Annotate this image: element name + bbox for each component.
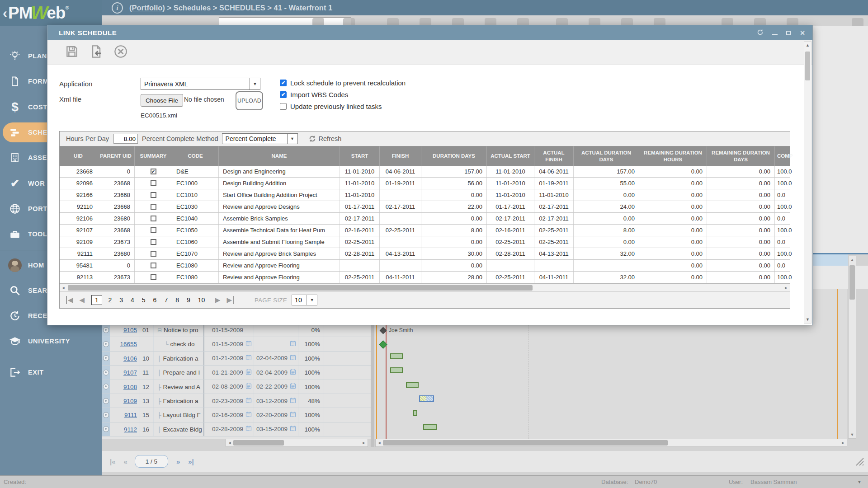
summary-checkbox[interactable] (151, 251, 156, 257)
table-row[interactable]: 92111 23680 EC1070 Review and Approve Br… (60, 248, 790, 260)
refresh-button[interactable]: Refresh (309, 135, 342, 142)
sidebar-item-university[interactable]: UNIVERSITY (0, 331, 102, 351)
column-header[interactable]: ACTUAL FINISH (534, 146, 574, 166)
gantt-bar[interactable] (406, 382, 419, 388)
column-header[interactable]: CODE (172, 146, 219, 166)
toolbar-icon[interactable] (852, 18, 863, 26)
tree-glyph[interactable]: ├ (157, 412, 161, 418)
scrollbar-thumb[interactable] (68, 285, 533, 291)
row-radio-button[interactable] (103, 426, 109, 432)
table-horizontal-scrollbar[interactable]: ◄ ► (60, 283, 790, 291)
scroll-left-icon[interactable]: ◄ (60, 286, 67, 290)
summary-checkbox[interactable] (151, 180, 156, 186)
scroll-right-icon[interactable]: ► (783, 286, 790, 290)
gantt-bar[interactable] (390, 367, 403, 373)
grid-horizontal-scrollbar[interactable]: ◄ ► (226, 439, 368, 447)
calendar-icon[interactable] (245, 411, 252, 419)
gantt-bar-in-progress[interactable] (419, 395, 434, 402)
summary-checkbox[interactable] (151, 192, 156, 198)
tree-glyph[interactable]: ├ (157, 356, 161, 362)
calendar-icon[interactable] (290, 383, 296, 390)
task-id-link[interactable]: 9112 (110, 422, 140, 436)
maximize-icon[interactable] (786, 31, 791, 35)
tree-glyph[interactable]: └ (165, 341, 169, 347)
row-radio-button[interactable] (103, 341, 109, 347)
calendar-icon[interactable] (290, 354, 296, 362)
chevron-down-icon[interactable]: ▼ (857, 479, 862, 484)
breadcrumb-schedules[interactable]: Schedules (174, 4, 211, 12)
tree-glyph[interactable]: ├ (157, 370, 161, 376)
column-header[interactable]: PARENT UID (97, 146, 135, 166)
column-header[interactable]: ACTUAL START (487, 146, 534, 166)
row-radio-button[interactable] (103, 370, 109, 375)
schedule-grid-row[interactable]: 9112 16 ├Excavate Bldg 02-28-2009 03-15-… (102, 422, 371, 436)
column-header[interactable]: REMAINING DURATION DAYS (707, 146, 775, 166)
first-page-icon[interactable]: ◀ (66, 296, 73, 304)
scroll-right-icon[interactable]: ► (840, 441, 847, 445)
calendar-icon[interactable] (290, 411, 296, 419)
close-icon[interactable]: ✕ (800, 30, 805, 36)
summary-checkbox[interactable] (151, 239, 156, 245)
page-number[interactable]: 6 (153, 296, 157, 304)
table-row[interactable]: 92110 23668 EC1030 Review and Approve De… (60, 201, 790, 213)
page-number[interactable]: 1 (91, 295, 102, 305)
row-radio-button[interactable] (103, 412, 109, 418)
calendar-icon[interactable] (245, 383, 252, 390)
summary-checkbox[interactable] (151, 216, 156, 221)
page-number[interactable]: 5 (142, 296, 146, 304)
row-radio-button[interactable] (103, 327, 109, 333)
task-id-link[interactable]: 9108 (110, 380, 140, 394)
prev-page-icon[interactable]: ◀ (80, 296, 85, 304)
gantt-vertical-scrollbar[interactable]: ▲ ▼ (848, 256, 856, 439)
save-icon[interactable] (65, 44, 79, 61)
calendar-icon[interactable] (290, 369, 296, 376)
schedule-grid-row[interactable]: 16655 └check do 01-15-2009 100% (102, 337, 371, 351)
column-header[interactable]: DURATION DAYS (421, 146, 487, 166)
gantt-horizontal-scrollbar[interactable]: ◄ ► (375, 439, 847, 447)
table-row[interactable]: 92107 23668 EC1050 Assemble Technical Da… (60, 225, 790, 236)
first-page-icon[interactable]: |« (110, 458, 116, 465)
table-row[interactable]: 95481 0 EC1080 Review and Approve Floori… (60, 260, 790, 272)
calendar-icon[interactable] (245, 369, 252, 376)
schedule-grid-row[interactable]: 9106 10 ├Fabrication a 01-21-2009 02-04-… (102, 352, 371, 366)
checkbox-checked-icon[interactable] (280, 80, 287, 86)
schedule-grid-row[interactable]: 9108 12 ├Review and A 02-08-2009 02-22-2… (102, 380, 371, 394)
column-header[interactable]: ACTUAL DURATION DAYS (574, 146, 639, 166)
column-header[interactable]: REMAINING DURATION HOURS (639, 146, 707, 166)
page-number[interactable]: 2 (108, 296, 112, 304)
summary-checkbox[interactable] (151, 274, 156, 280)
schedule-grid-row[interactable]: 9111 15 ├Layout Bldg F 02-16-2009 02-20-… (102, 408, 371, 422)
table-row[interactable]: 92113 23673 EC1080 Review and Approve Fl… (60, 272, 790, 283)
gantt-bar[interactable] (390, 353, 403, 359)
calendar-icon[interactable] (245, 340, 252, 348)
table-row[interactable]: 92166 23668 EC1010 Start Office Building… (60, 189, 790, 201)
chevron-down-icon[interactable]: ▼ (307, 295, 317, 305)
page-number[interactable]: 7 (164, 296, 168, 304)
update-linked-tasks-checkbox[interactable]: Update previously linked tasks (280, 102, 382, 111)
import-wbs-checkbox[interactable]: Import WBS Codes (280, 90, 348, 99)
calendar-icon[interactable] (290, 425, 296, 433)
prev-page-icon[interactable]: « (124, 458, 127, 465)
scrollbar-thumb[interactable] (805, 52, 810, 80)
page-number[interactable]: 3 (119, 296, 123, 304)
column-header[interactable]: FINISH (380, 146, 421, 166)
info-icon[interactable]: i (112, 2, 123, 14)
task-id-link[interactable]: 9106 (110, 352, 140, 365)
chevron-down-icon[interactable]: ▼ (250, 78, 260, 89)
summary-checkbox[interactable] (151, 263, 156, 268)
column-header[interactable]: START (340, 146, 380, 166)
breadcrumb-portfolio-link[interactable]: (Portfolio) (129, 4, 165, 12)
import-file-icon[interactable] (89, 44, 104, 61)
calendar-icon[interactable] (245, 425, 252, 433)
row-radio-button[interactable] (103, 355, 109, 361)
cancel-icon[interactable] (113, 44, 128, 61)
summary-checkbox[interactable] (151, 227, 156, 233)
task-id-link[interactable]: 9111 (110, 408, 140, 422)
page-number[interactable]: 9 (187, 296, 190, 304)
table-row[interactable]: 23668 0 D&E Design and Engineering 11-01… (60, 166, 790, 178)
last-page-icon[interactable]: ▶ (226, 296, 234, 304)
tree-glyph[interactable]: ├ (157, 384, 161, 390)
minimize-icon[interactable] (772, 34, 778, 35)
scrollbar-thumb[interactable] (849, 265, 855, 300)
percent-complete-method-select[interactable]: Percent Complete ▼ (222, 133, 298, 144)
